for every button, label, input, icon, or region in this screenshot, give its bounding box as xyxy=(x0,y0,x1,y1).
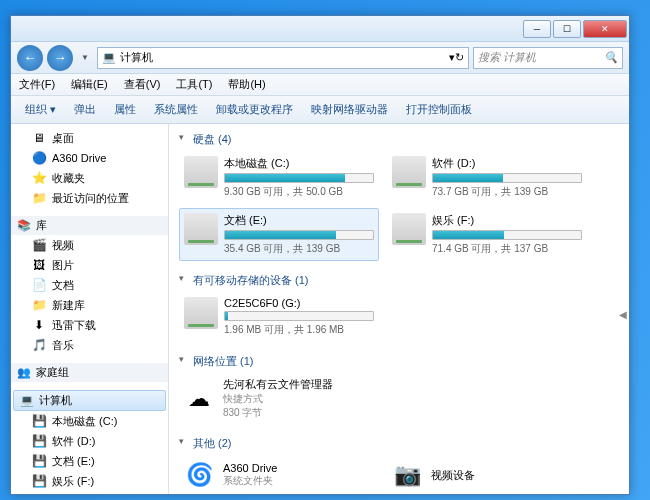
sidebar-fav-1[interactable]: 🔵A360 Drive xyxy=(11,148,168,168)
expand-chevron-icon[interactable]: ◀ xyxy=(619,309,627,320)
computer-icon: 💻 xyxy=(102,51,116,64)
properties-button[interactable]: 属性 xyxy=(106,99,144,120)
drive-item[interactable]: 娱乐 (F:)71.4 GB 可用，共 137 GB xyxy=(387,208,587,261)
toolbar: 组织 ▾ 弹出 属性 系统属性 卸载或更改程序 映射网络驱动器 打开控制面板 xyxy=(11,96,629,124)
drive-item[interactable]: 本地磁盘 (C:)9.30 GB 可用，共 50.0 GB xyxy=(179,151,379,204)
mapnetdrive-button[interactable]: 映射网络驱动器 xyxy=(303,99,396,120)
drive-item[interactable]: 文档 (E:)35.4 GB 可用，共 139 GB xyxy=(179,208,379,261)
item-icon: 🎵 xyxy=(31,337,47,353)
nav-dropdown[interactable]: ▼ xyxy=(77,45,93,71)
sidebar-homegroup-header[interactable]: 👥家庭组 xyxy=(11,363,168,382)
sidebar-fav-3[interactable]: 📁最近访问的位置 xyxy=(11,188,168,208)
sidebar: 🖥桌面🔵A360 Drive⭐收藏夹📁最近访问的位置 📚库 🎬视频🖼图片📄文档📁… xyxy=(11,124,169,494)
net-item[interactable]: ☁先河私有云文件管理器快捷方式830 字节 xyxy=(179,373,379,424)
drive-name: C2E5C6F0 (G:) xyxy=(224,297,374,309)
item-label: 图片 xyxy=(52,258,74,273)
minimize-button[interactable]: ─ xyxy=(523,20,551,38)
sidebar-comp-4[interactable]: 💾C2E5C6F0 (G:) xyxy=(11,491,168,494)
content-pane: ◀ 硬盘 (4) 本地磁盘 (C:)9.30 GB 可用，共 50.0 GB软件… xyxy=(169,124,629,494)
sidebar-lib-5[interactable]: 🎵音乐 xyxy=(11,335,168,355)
item-label: 收藏夹 xyxy=(52,171,85,186)
drive-name: 本地磁盘 (C:) xyxy=(224,156,374,171)
capacity-bar xyxy=(432,173,582,183)
other-item[interactable]: 📷视频设备 xyxy=(387,455,587,494)
drive-free-text: 71.4 GB 可用，共 137 GB xyxy=(432,242,582,256)
drive-icon xyxy=(184,156,218,188)
sidebar-lib-1[interactable]: 🖼图片 xyxy=(11,255,168,275)
item-icon: 💾 xyxy=(31,493,47,494)
net-sub2: 830 字节 xyxy=(223,406,333,420)
capacity-bar xyxy=(224,173,374,183)
other-icon: 📷 xyxy=(391,459,423,491)
maximize-button[interactable]: ☐ xyxy=(553,20,581,38)
group-removable-header[interactable]: 有可移动存储的设备 (1) xyxy=(179,271,619,292)
drive-item[interactable]: 软件 (D:)73.7 GB 可用，共 139 GB xyxy=(387,151,587,204)
other-icon: 🌀 xyxy=(183,459,215,491)
group-hdd-header[interactable]: 硬盘 (4) xyxy=(179,130,619,151)
body: 🖥桌面🔵A360 Drive⭐收藏夹📁最近访问的位置 📚库 🎬视频🖼图片📄文档📁… xyxy=(11,124,629,494)
sysproperties-button[interactable]: 系统属性 xyxy=(146,99,206,120)
item-icon: 📁 xyxy=(31,297,47,313)
menu-file[interactable]: 文件(F) xyxy=(11,77,63,92)
item-label: 文档 xyxy=(52,278,74,293)
sidebar-computer-header[interactable]: 💻计算机 xyxy=(13,390,166,411)
item-label: 文档 (E:) xyxy=(52,454,95,469)
sidebar-libraries-header[interactable]: 📚库 xyxy=(11,216,168,235)
item-label: A360 Drive xyxy=(52,152,106,164)
capacity-bar xyxy=(432,230,582,240)
drive-icon xyxy=(184,297,218,329)
menu-tools[interactable]: 工具(T) xyxy=(168,77,220,92)
sidebar-fav-2[interactable]: ⭐收藏夹 xyxy=(11,168,168,188)
sidebar-lib-0[interactable]: 🎬视频 xyxy=(11,235,168,255)
breadcrumb[interactable]: 计算机 xyxy=(116,50,157,65)
organize-button[interactable]: 组织 ▾ xyxy=(17,99,64,120)
sidebar-lib-2[interactable]: 📄文档 xyxy=(11,275,168,295)
group-net-header[interactable]: 网络位置 (1) xyxy=(179,352,619,373)
uninstall-button[interactable]: 卸载或更改程序 xyxy=(208,99,301,120)
drive-free-text: 73.7 GB 可用，共 139 GB xyxy=(432,185,582,199)
forward-button[interactable]: → xyxy=(47,45,73,71)
item-icon: 📁 xyxy=(31,190,47,206)
item-icon: 🖥 xyxy=(31,130,47,146)
drive-free-text: 9.30 GB 可用，共 50.0 GB xyxy=(224,185,374,199)
close-button[interactable]: ✕ xyxy=(583,20,627,38)
menu-edit[interactable]: 编辑(E) xyxy=(63,77,116,92)
menu-help[interactable]: 帮助(H) xyxy=(220,77,273,92)
other-item[interactable]: 🌀A360 Drive系统文件夹 xyxy=(179,455,379,494)
sidebar-comp-1[interactable]: 💾软件 (D:) xyxy=(11,431,168,451)
menu-view[interactable]: 查看(V) xyxy=(116,77,169,92)
capacity-bar xyxy=(224,311,374,321)
search-input[interactable]: 搜索 计算机 🔍 xyxy=(473,47,623,69)
item-label: 软件 (D:) xyxy=(52,434,95,449)
item-label: 本地磁盘 (C:) xyxy=(52,414,117,429)
other-name: 视频设备 xyxy=(431,468,475,483)
sidebar-comp-0[interactable]: 💾本地磁盘 (C:) xyxy=(11,411,168,431)
sidebar-comp-3[interactable]: 💾娱乐 (F:) xyxy=(11,471,168,491)
sidebar-fav-0[interactable]: 🖥桌面 xyxy=(11,128,168,148)
sidebar-lib-3[interactable]: 📁新建库 xyxy=(11,295,168,315)
controlpanel-button[interactable]: 打开控制面板 xyxy=(398,99,480,120)
item-icon: 💾 xyxy=(31,433,47,449)
drive-name: 娱乐 (F:) xyxy=(432,213,582,228)
refresh-icon[interactable]: ↻ xyxy=(455,51,464,64)
group-other-header[interactable]: 其他 (2) xyxy=(179,434,619,455)
item-label: 最近访问的位置 xyxy=(52,191,129,206)
net-sub1: 快捷方式 xyxy=(223,392,333,406)
item-label: 音乐 xyxy=(52,338,74,353)
item-label: 新建库 xyxy=(52,298,85,313)
drive-icon xyxy=(392,213,426,245)
sidebar-comp-2[interactable]: 💾文档 (E:) xyxy=(11,451,168,471)
eject-button[interactable]: 弹出 xyxy=(66,99,104,120)
sidebar-lib-4[interactable]: ⬇迅雷下载 xyxy=(11,315,168,335)
back-button[interactable]: ← xyxy=(17,45,43,71)
item-icon: 🎬 xyxy=(31,237,47,253)
address-box[interactable]: 💻 计算机 ▾ ↻ xyxy=(97,47,469,69)
item-label: 迅雷下载 xyxy=(52,318,96,333)
drive-icon xyxy=(392,156,426,188)
drive-item[interactable]: C2E5C6F0 (G:)1.96 MB 可用，共 1.96 MB xyxy=(179,292,379,342)
drive-name: 文档 (E:) xyxy=(224,213,374,228)
item-icon: 🖼 xyxy=(31,257,47,273)
item-label: 娱乐 (F:) xyxy=(52,474,94,489)
item-icon: 📄 xyxy=(31,277,47,293)
item-icon: 💾 xyxy=(31,413,47,429)
